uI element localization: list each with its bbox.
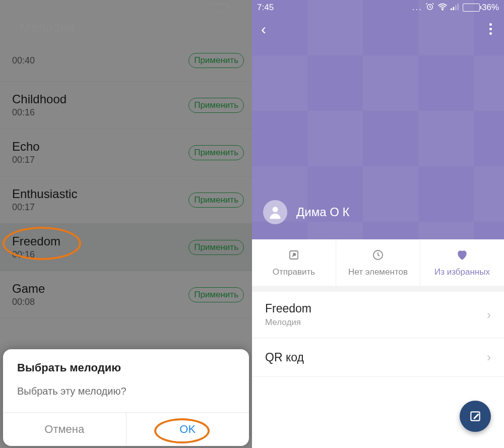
contact-hero: 7:45 ... 36% ‹	[252, 0, 504, 239]
favorite-label: Из избранных	[434, 267, 490, 277]
signal-icon	[451, 3, 460, 13]
alarm-icon	[425, 2, 434, 14]
status-right: ... 36%	[412, 2, 499, 14]
dialog-title: Выбрать мелодию	[17, 361, 235, 374]
more-indicator-icon: ...	[412, 3, 422, 13]
wifi-icon	[437, 3, 448, 13]
share-icon	[287, 248, 301, 262]
contact-identity: Дима О К	[263, 200, 350, 224]
edit-fab[interactable]	[460, 401, 491, 432]
dialog-message: Выбрать эту мелодию?	[17, 386, 235, 397]
contact-detail-screen: 7:45 ... 36% ‹	[252, 0, 504, 448]
battery-percent: 36%	[482, 3, 499, 13]
status-time: 7:45	[257, 3, 274, 13]
svg-rect-8	[451, 8, 452, 10]
qr-row[interactable]: QR код ›	[252, 338, 504, 377]
svg-point-7	[442, 9, 443, 10]
ok-button[interactable]: OK	[126, 413, 249, 446]
avatar[interactable]	[263, 200, 287, 224]
svg-rect-9	[453, 7, 454, 10]
ringtone-value: Freedom	[265, 302, 311, 315]
svg-point-12	[273, 207, 278, 212]
cancel-button[interactable]: Отмена	[3, 413, 126, 446]
qr-label: QR код	[265, 351, 304, 364]
chevron-right-icon: ›	[487, 350, 491, 364]
ringtone-label: Мелодия	[265, 317, 311, 328]
contact-name: Дима О К	[296, 205, 350, 219]
overflow-menu-icon[interactable]	[486, 20, 495, 38]
send-action[interactable]: Отправить	[252, 239, 336, 286]
svg-rect-10	[455, 5, 457, 10]
favorite-action[interactable]: Из избранных	[420, 239, 504, 286]
send-label: Отправить	[273, 267, 315, 277]
edit-icon	[469, 410, 482, 423]
recent-action[interactable]: Нет элементов	[336, 239, 420, 286]
battery-indicator: 36%	[463, 3, 499, 13]
clock-icon	[371, 248, 385, 262]
chevron-right-icon: ›	[487, 308, 491, 322]
melody-picker-screen: 7:45 ... 36% ‹ Мелодия	[0, 0, 252, 448]
action-bar: Отправить Нет элементов Из избранных	[252, 239, 504, 292]
confirm-dialog: Выбрать мелодию Выбрать эту мелодию? Отм…	[3, 349, 249, 446]
back-icon[interactable]: ‹	[261, 21, 266, 38]
svg-rect-11	[457, 3, 459, 10]
heart-icon	[455, 248, 469, 262]
recent-label: Нет элементов	[348, 267, 408, 277]
status-bar: 7:45 ... 36%	[252, 0, 504, 15]
ringtone-row[interactable]: Freedom Мелодия ›	[252, 292, 504, 338]
